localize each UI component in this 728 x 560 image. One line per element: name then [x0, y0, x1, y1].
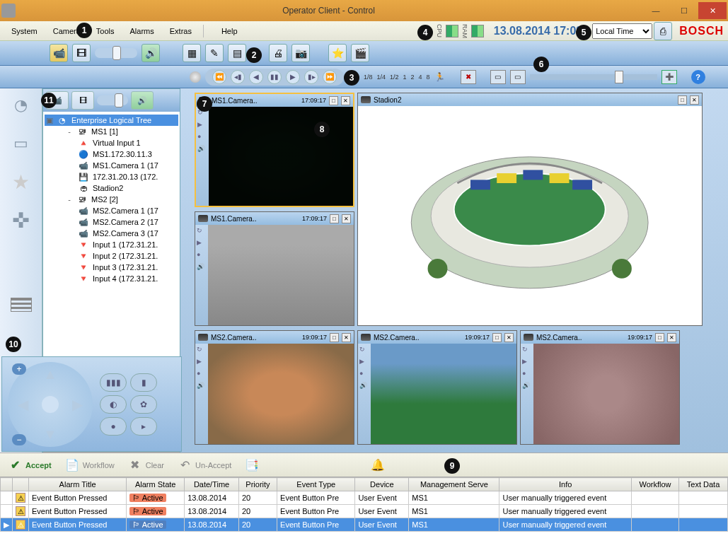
unaccept-button[interactable]: ↶Un-Accept [177, 457, 231, 473]
reconnect-icon[interactable]: ↻ [197, 346, 207, 356]
close-tile-button[interactable]: ✕ [342, 214, 351, 223]
camera-mode-button[interactable]: 📹 [50, 44, 68, 62]
maximize-tile-button[interactable]: □ [492, 333, 502, 342]
tree-audio-button[interactable]: 🔊 [131, 91, 154, 110]
alarm-column-header[interactable]: Text Data [679, 478, 728, 491]
ptz-joystick[interactable]: + − ▲ ▼ ◀ ▶ [8, 362, 93, 447]
ptz-focus-near-button[interactable]: ▮ [130, 373, 157, 392]
record-icon[interactable]: ● [197, 370, 207, 380]
zoom-slider[interactable] [530, 74, 657, 80]
log-icon[interactable] [11, 298, 32, 312]
audio-icon[interactable]: 🔊 [359, 382, 369, 392]
record-icon[interactable]: ● [197, 251, 207, 261]
bell-button[interactable]: 🔔 [370, 457, 386, 473]
compass-icon[interactable]: ✜ [8, 207, 34, 233]
close-tile-button[interactable]: ✕ [667, 333, 676, 342]
instant-play-icon[interactable]: ▶ [197, 358, 207, 368]
tree-item[interactable]: 🔺Virtual Input 1 [45, 137, 178, 148]
help-button[interactable]: ? [691, 70, 705, 84]
close-tile-button[interactable]: ✕ [342, 333, 351, 342]
menu-tools[interactable]: Tools [89, 25, 122, 37]
maximize-tile-button[interactable]: □ [330, 214, 339, 223]
alarm-column-header[interactable]: Event Type [277, 478, 355, 491]
camera-tile[interactable]: MS1.Camera.. 17:09:17 □ ✕ ↻ ▶ ● 🔊 [195, 93, 354, 207]
volume-slider[interactable] [95, 48, 137, 58]
alarm-column-header[interactable]: Priority [238, 478, 277, 491]
tree-item[interactable]: 🔻Input 2 (172.31.21. [45, 250, 178, 262]
print-screen-button[interactable]: 🖨 [269, 44, 287, 62]
audio-icon[interactable]: 🔊 [197, 145, 207, 155]
snapshot-button[interactable]: 📷 [291, 44, 310, 62]
audio-icon[interactable]: 🔊 [522, 382, 532, 392]
menu-help[interactable]: Help [214, 25, 245, 37]
ptz-aux-button[interactable]: ▸ [130, 417, 157, 436]
print-button[interactable]: ⎙ [654, 22, 672, 40]
favorites-icon[interactable]: ★ [8, 169, 34, 194]
delete-layout-button[interactable]: ✖ [461, 70, 476, 84]
instant-play-icon[interactable]: ▶ [522, 358, 532, 368]
zoom-in-button[interactable]: + [12, 363, 26, 375]
reconnect-icon[interactable]: ↻ [522, 346, 532, 356]
accept-alarm-button[interactable]: ✔Accept [7, 457, 52, 473]
maximize-tile-button[interactable]: □ [330, 333, 339, 342]
record-icon[interactable]: ● [522, 370, 532, 380]
tree-item[interactable]: 📹MS2.Camera 2 (17 [45, 216, 178, 228]
record-icon[interactable]: ● [197, 133, 207, 143]
maximize-tile-button[interactable]: □ [329, 96, 338, 105]
tree-item[interactable]: 🔻Input 1 (172.31.21. [45, 239, 178, 250]
tree-item[interactable]: 📹MS1.Camera 1 (17 [45, 160, 178, 171]
layout-1-button[interactable]: ▭ [490, 70, 506, 84]
tree-item[interactable]: -🖳MS1 [1] [45, 126, 178, 137]
close-tile-button[interactable]: ✕ [341, 96, 350, 105]
maps-icon[interactable]: ▭ [8, 131, 34, 156]
other-icon[interactable] [8, 245, 34, 271]
zoom-out-button[interactable]: − [12, 434, 26, 445]
tree-item[interactable]: 💾172.31.20.13 (172. [45, 171, 178, 182]
maximize-button[interactable]: ☐ [670, 2, 698, 19]
close-tile-button[interactable]: ✕ [690, 95, 699, 105]
instant-play-icon[interactable]: ▶ [197, 239, 207, 249]
menu-extras[interactable]: Extras [163, 25, 199, 37]
alarm-column-header[interactable]: Alarm Title [29, 478, 127, 491]
edit-view-button[interactable]: ✎ [205, 44, 224, 62]
alarm-row[interactable]: ▶ ⚠ Event Button Pressed 🏳 Active 13.08.… [1, 518, 728, 532]
play-reverse-button[interactable]: ◀ [249, 70, 263, 84]
close-tile-button[interactable]: ✕ [504, 333, 514, 342]
pause-button[interactable]: ▮▮ [267, 70, 282, 84]
minimize-button[interactable]: — [642, 2, 670, 19]
alarm-column-header[interactable] [13, 478, 29, 491]
ptz-preset-button[interactable]: ▮▮▮ [100, 373, 127, 392]
close-button[interactable]: ✕ [698, 2, 727, 19]
tree-root[interactable]: ▣◔Enterprise Logical Tree [45, 115, 178, 126]
alarm-doc-button[interactable]: 📑 [244, 457, 260, 473]
tree-volume-slider[interactable] [97, 95, 128, 105]
camera-tile[interactable]: MS2.Camera.. 19:09:17 □ ✕ ↻ ▶ ● 🔊 [195, 330, 354, 445]
add-pane-button[interactable]: ➕ [661, 70, 677, 84]
ptz-focus-far-button[interactable]: ✿ [130, 395, 157, 414]
alarm-column-header[interactable]: Info [499, 478, 632, 491]
audio-icon[interactable]: 🔊 [197, 382, 207, 392]
menu-system[interactable]: System [4, 25, 45, 37]
tree-item[interactable]: 📹MS2.Camera 1 (17 [45, 205, 178, 216]
camera-tile[interactable]: MS2.Camera.. 19:09:17 □ ✕ ↻ ▶ ● 🔊 [357, 330, 517, 445]
maximize-tile-button[interactable]: □ [655, 333, 664, 342]
clear-alarm-button[interactable]: ✖Clear [127, 457, 164, 473]
camera-tile[interactable]: Stadion2 □ ✕ [357, 93, 703, 326]
layout-button[interactable]: ▤ [228, 44, 246, 62]
play-button[interactable]: ▶ [286, 70, 300, 84]
alarm-column-header[interactable]: Alarm State [127, 478, 185, 491]
camera-tile[interactable]: MS1.Camera.. 17:09:17 □ ✕ ↻ ▶ ● 🔊 [195, 211, 354, 326]
reconnect-icon[interactable]: ↻ [359, 346, 369, 356]
alarm-column-header[interactable]: Device [355, 478, 409, 491]
instant-play-icon[interactable]: ▶ [359, 358, 369, 368]
alarm-column-header[interactable]: Date/Time [185, 478, 239, 491]
alarm-row[interactable]: ⚠ Event Button Pressed 🏳 Active 13.08.20… [1, 491, 728, 505]
instant-play-icon[interactable]: ▶ [197, 121, 207, 131]
prev-frame-button[interactable]: ◂▮ [231, 70, 245, 84]
layout-2-button[interactable]: ▭ [510, 70, 526, 84]
workflow-button[interactable]: 📄Workflow [64, 457, 115, 473]
timezone-select[interactable]: Local Time [592, 23, 652, 39]
audio-button[interactable]: 🔊 [141, 44, 160, 62]
alarm-row[interactable]: ⚠ Event Button Pressed 🏳 Active 13.08.20… [1, 505, 728, 518]
sequence-button[interactable]: 🎬 [351, 44, 369, 62]
